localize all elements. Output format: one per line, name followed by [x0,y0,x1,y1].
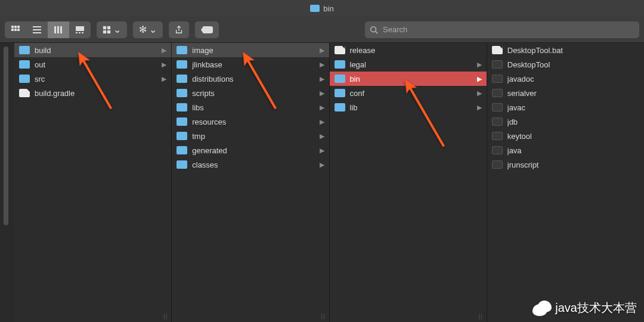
item-label: legal [350,60,475,69]
svg-rect-14 [79,32,80,33]
folder-icon [177,60,187,69]
chevron-right-icon: ▶ [477,89,482,97]
item-label: javadoc [507,75,639,83]
icon-view-button[interactable] [5,21,26,38]
folder-row[interactable]: libs▶ [172,100,329,114]
tags-button[interactable] [195,21,219,38]
folder-row[interactable]: src▶ [14,72,171,86]
item-label: keytool [507,132,639,141]
exec-icon [492,117,503,126]
column-resize-handle[interactable]: || [321,313,325,320]
folder-row[interactable]: resources▶ [172,114,329,129]
folder-row[interactable]: generated▶ [172,143,329,157]
item-label: libs [192,103,317,112]
exec-row[interactable]: serialver [487,86,644,100]
file-row[interactable]: build.gradle [14,86,171,100]
folder-row[interactable]: legal▶ [330,57,487,72]
folder-row[interactable]: conf▶ [330,86,487,100]
folder-row[interactable]: jlinkbase▶ [172,57,329,72]
exec-icon [492,146,503,154]
view-switcher [5,21,91,38]
item-label: out [35,60,159,69]
item-label: resources [192,117,317,126]
svg-rect-1 [14,26,17,28]
folder-icon [335,89,345,97]
folder-icon [177,46,187,54]
item-label: jrunscript [507,160,639,169]
svg-point-20 [371,26,376,32]
folder-row[interactable]: distributions▶ [172,72,329,86]
folder-icon [177,75,187,83]
column-0: build▶out▶src▶build.gradle|| [14,43,172,322]
exec-row[interactable]: DesktopTool [487,57,644,72]
folder-row[interactable]: bin▶ [330,72,487,86]
folder-row[interactable]: image▶ [172,43,329,57]
exec-row[interactable]: javac [487,100,644,114]
column-view-button[interactable] [48,21,69,38]
item-label: java [507,146,639,155]
column-resize-handle[interactable]: || [479,313,483,320]
exec-row[interactable]: java [487,143,644,157]
folder-icon [310,5,320,12]
exec-row[interactable]: jrunscript [487,157,644,172]
file-icon [19,89,30,97]
chevron-right-icon: ▶ [477,104,482,112]
column-browser: build▶out▶src▶build.gradle|| image▶jlink… [0,43,644,322]
svg-rect-8 [33,32,41,33]
item-label: build [35,46,159,55]
list-view-button[interactable] [26,21,48,38]
folder-icon [177,146,187,154]
exec-icon [492,75,503,83]
svg-rect-2 [17,26,20,28]
chevron-right-icon: ▶ [320,104,324,112]
group-button[interactable]: ⌄ [97,21,127,38]
svg-rect-7 [33,29,41,30]
chevron-right-icon: ▶ [162,75,166,83]
svg-rect-16 [103,26,106,29]
search-field[interactable] [365,21,639,38]
folder-icon [335,103,345,112]
svg-rect-3 [11,29,14,31]
svg-rect-10 [57,26,59,33]
chevron-right-icon: ▶ [320,75,324,83]
svg-rect-0 [11,26,14,28]
folder-row[interactable]: tmp▶ [172,129,329,143]
folder-row[interactable]: lib▶ [330,100,487,114]
exec-icon [492,103,503,112]
exec-row[interactable]: jdb [487,114,644,129]
file-row[interactable]: DesktopTool.bat [487,43,644,57]
folder-row[interactable]: scripts▶ [172,86,329,100]
watermark-text: java技术大本营 [555,300,637,316]
gallery-view-button[interactable] [69,21,91,38]
search-input[interactable] [365,21,639,38]
folder-row[interactable]: classes▶ [172,157,329,172]
item-label: serialver [507,89,639,98]
share-button[interactable] [169,21,189,38]
window-titlebar: bin [0,0,644,17]
exec-row[interactable]: keytool [487,129,644,143]
item-label: bin [350,75,475,83]
file-icon [335,46,345,54]
item-label: javac [507,103,639,112]
item-label: DesktopTool.bat [507,46,639,55]
column-3: DesktopTool.batDesktopTooljavadocserialv… [487,43,644,322]
folder-icon [19,75,30,83]
folder-icon [177,132,187,140]
svg-rect-13 [76,32,78,33]
item-label: classes [192,160,317,169]
folder-row[interactable]: out▶ [14,57,171,72]
folder-row[interactable]: build▶ [14,43,171,57]
item-label: distributions [192,75,317,83]
chevron-right-icon: ▶ [162,61,166,69]
action-button[interactable]: ✻⌄ [133,21,163,38]
column-resize-handle[interactable]: || [163,313,168,320]
item-label: conf [350,89,475,98]
file-icon [492,46,503,54]
folder-icon [19,46,30,54]
file-row[interactable]: release [330,43,487,57]
item-label: lib [350,103,475,112]
sidebar-scrollbar[interactable] [0,43,14,322]
exec-row[interactable]: javadoc [487,72,644,86]
toolbar: ⌄ ✻⌄ [0,17,644,43]
watermark: java技术大本营 [532,300,637,316]
